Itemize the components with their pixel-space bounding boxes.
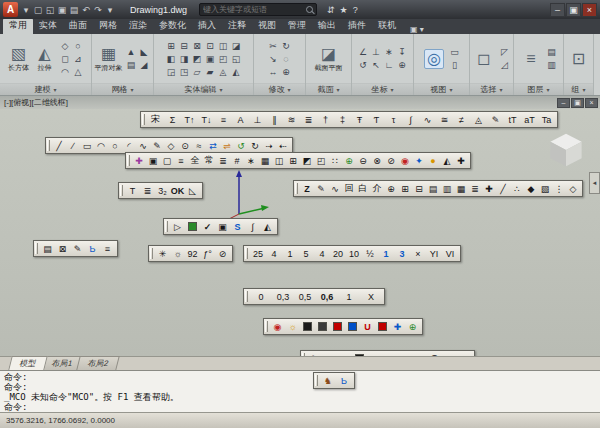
toolbar-button[interactable]: ≣ [216,153,230,168]
command-window[interactable]: 命令:命令:_MCO 未知命令"MCO"。按 F1 查看帮助。命令: [0,370,600,412]
toolbar-button[interactable]: ≡ [174,153,188,168]
text-style-toolbar[interactable]: 宋ΣT↑T↓≡A⊥∥≋≣†‡ŦƬτ∫∿≅≠◬✎tTaTTa [140,111,558,128]
ribbon-tab-网格[interactable]: 网格 [93,18,123,34]
toolbar-grip[interactable] [127,155,130,166]
toolbar-grip[interactable] [245,291,248,302]
layout-tab-布局2[interactable]: 布局2 [77,356,121,370]
ribbon-button-icon[interactable]: ∠ [357,46,370,59]
toolbar-button[interactable]: ✎ [487,112,504,127]
ribbon-button-icon[interactable]: ◰ [217,52,230,65]
toolbar-button[interactable]: ● [426,153,440,168]
toolbar-button[interactable]: ╱ [496,181,510,196]
ribbon-button-icon[interactable]: ⊥ [370,46,383,59]
toolbar-button[interactable]: ≣ [468,181,482,196]
panel-label-实体编辑[interactable]: 实体编辑▾ [154,83,253,95]
restore-button[interactable]: ▣ [566,3,581,17]
ribbon-tab-插入[interactable]: 插入 [192,18,222,34]
selection-tool[interactable]: ◻ [472,50,496,68]
toolbar-button[interactable]: ☼ [170,246,185,261]
ribbon-button-icon[interactable]: ▭ [448,46,461,59]
ribbon-button-icon[interactable]: ⊟ [178,39,191,52]
toolbar-button[interactable]: ▷ [170,219,185,234]
ribbon-button-icon[interactable]: ◲ [165,65,178,78]
toolbar-button[interactable]: ⇠ [276,138,290,153]
drawing-canvas[interactable]: [-][俯视][二维线框] – ▣ × [0,96,600,356]
toolbar-button[interactable]: 0 [250,289,272,304]
ribbon-button-icon[interactable]: ✂ [267,39,280,52]
toolbar-button[interactable]: 0,5 [294,289,316,304]
toolbar-button[interactable]: 0,3 [272,289,294,304]
search-icon[interactable] [306,6,313,13]
toolbar-grip[interactable] [142,114,145,125]
toolbar-button[interactable] [300,319,315,334]
toolbar-button[interactable]: 25 [250,246,266,261]
toolbar-button[interactable]: ⊙ [178,138,192,153]
ribbon-button-icon[interactable]: ↧ [396,46,409,59]
section-plane-tool[interactable]: ◪截面平面 [315,45,343,73]
toolbar-button[interactable]: ✎ [70,241,85,256]
ribbon-button-icon[interactable]: ◌ [280,52,293,65]
toolbar-button[interactable]: ⇢ [262,138,276,153]
ribbon-tab-输出[interactable]: 输出 [312,18,342,34]
toolbar-button[interactable]: ⊕ [342,153,356,168]
toolbar-button[interactable]: T [125,183,140,198]
ribbon-button-icon[interactable]: ▤ [125,59,138,72]
ribbon-button-icon[interactable]: ◭ [230,65,243,78]
toolbar-button[interactable]: 白 [356,181,370,196]
numbers-toolbar[interactable]: 2541542010½13×YIVI [243,245,461,262]
toolbar-button[interactable]: ⊘ [215,246,230,261]
ribbon-button-icon[interactable]: ◨ [178,52,191,65]
toolbar-button[interactable]: ◭ [260,219,275,234]
panel-label-截面[interactable]: 截面▾ [306,83,351,95]
new-icon[interactable]: ▢ [32,5,44,15]
toolbar-button[interactable]: 1 [282,246,298,261]
panel-dropdown-icon[interactable]: ▾ [390,86,393,93]
toolbar-button[interactable]: Σ [164,112,181,127]
toolbar-button[interactable]: 常 [202,153,216,168]
toolbar-button[interactable]: 92 [185,246,200,261]
toolbar-button[interactable]: ◺ [185,183,200,198]
ribbon-button-icon[interactable]: △ [72,65,85,78]
toolbar-button[interactable]: † [317,112,334,127]
menu-browser-arrow-icon[interactable]: ▾ [20,5,32,15]
open-icon[interactable]: ◱ [44,5,56,15]
panel-label-图层[interactable]: 图层▾ [514,83,563,95]
toolbar-button[interactable]: ∫ [245,219,260,234]
toolbar-button[interactable]: ▤ [426,181,440,196]
toolbar-button[interactable]: ✚ [454,153,468,168]
doc-restore-button[interactable]: ▣ [571,98,584,108]
ribbon-button-icon[interactable]: ▣ [204,52,217,65]
panel-label-视图[interactable]: 视图▾ [414,83,469,95]
toolbar-button[interactable]: ✚ [390,319,405,334]
toolbar-button[interactable]: ∗ [244,153,258,168]
toolbar-button[interactable]: Ŧ [351,112,368,127]
ribbon-button-icon[interactable]: ◿ [498,59,511,72]
search-input[interactable] [203,5,303,14]
ribbon-button-icon[interactable]: ◇ [59,39,72,52]
app-logo[interactable]: A [3,2,18,17]
close-button[interactable]: × [582,3,597,17]
ribbon-button-icon[interactable]: ▤ [545,46,558,59]
toolbar-button[interactable]: X [360,289,382,304]
ribbon-button-icon[interactable]: ↻ [280,39,293,52]
toolbar-button[interactable]: ƒ° [200,246,215,261]
toolbar-grip[interactable] [295,183,298,194]
panel-label-修改[interactable]: 修改▾ [254,83,305,95]
toolbar-button[interactable]: ◭ [440,153,454,168]
toolbar-button[interactable]: 4 [266,246,282,261]
toolbar-button[interactable]: ▦ [258,153,272,168]
toolbar-button[interactable]: ∫ [402,112,419,127]
search-box[interactable] [199,3,317,16]
toolbar-grip[interactable] [47,140,50,151]
toolbar-button[interactable]: U [360,319,375,334]
text-height-toolbar[interactable]: T≣3₂OK◺ [118,182,203,199]
toolbar-button[interactable]: ✚ [482,181,496,196]
ribbon-button-icon[interactable]: ∟ [383,59,396,72]
toolbar-button[interactable]: 宋 [147,112,164,127]
toolbar-button[interactable] [185,219,200,234]
ribbon-tab-参数化[interactable]: 参数化 [153,18,192,34]
ribbon-button-icon[interactable]: ⊿ [72,52,85,65]
toolbar-button[interactable]: ◠ [94,138,108,153]
toolbar-button[interactable]: ▦ [454,181,468,196]
panel-dropdown-icon[interactable]: ▾ [336,86,339,93]
